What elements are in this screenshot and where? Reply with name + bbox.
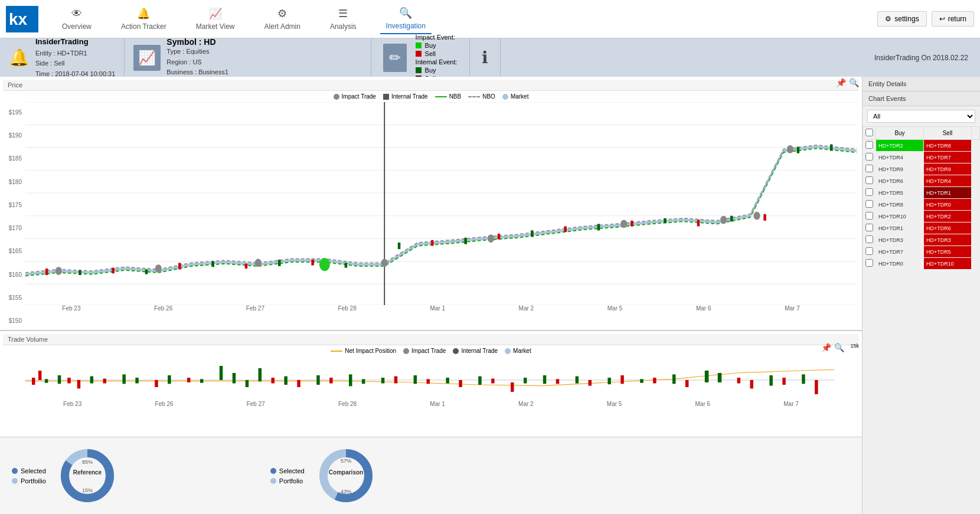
price-x-axis: Feb 23Feb 26Feb 27Feb 28Mar 1Mar 2Mar 5M…: [3, 305, 859, 312]
row-checkbox[interactable]: [865, 188, 873, 196]
comparison-portfolio-item: Portfolio: [270, 477, 305, 484]
sell-header: Sell: [924, 127, 972, 140]
nav-investigation[interactable]: 🔍 Investigation: [380, 4, 432, 34]
row-action-cell: [972, 152, 980, 163]
row-checkbox[interactable]: [865, 259, 873, 267]
nav-analysis[interactable]: ☰ Analysis: [324, 4, 362, 34]
svg-rect-78: [459, 380, 462, 387]
legend-net-impact: Net Impact Position: [331, 348, 396, 354]
row-checkbox-cell[interactable]: [863, 152, 876, 163]
row-checkbox[interactable]: [865, 212, 873, 220]
svg-rect-50: [45, 379, 48, 382]
vol-right-axis-max: 15k: [850, 343, 859, 352]
vol-zoom-icon[interactable]: 🔍: [834, 343, 844, 352]
svg-rect-37: [531, 230, 534, 237]
table-row: HD+TDR10 HD+TDR2: [863, 211, 980, 222]
buy-cell[interactable]: HD+TDR8: [876, 199, 924, 211]
svg-rect-59: [168, 375, 171, 384]
row-checkbox-cell[interactable]: [863, 163, 876, 175]
legend-internal-trade: Internal Trade: [383, 93, 428, 100]
row-checkbox-cell[interactable]: [863, 246, 876, 258]
sell-cell[interactable]: HD+TDR2: [924, 211, 972, 222]
buy-cell[interactable]: HD+TDR10: [876, 211, 924, 222]
sell-cell[interactable]: HD+TDR3: [924, 234, 972, 246]
svg-rect-57: [135, 378, 138, 384]
reference-selected-label: Selected: [21, 467, 46, 474]
vol-pin-icon[interactable]: 📌: [821, 343, 831, 352]
nav-market-view[interactable]: 📈 Market View: [190, 4, 241, 34]
row-checkbox-cell[interactable]: [863, 234, 876, 246]
comparison-pie-container: Selected Portfolio Comparison 57% 43%: [270, 446, 375, 505]
sell-cell[interactable]: HD+TDR8: [924, 140, 972, 152]
row-checkbox[interactable]: [865, 235, 873, 243]
top-navigation: kx 👁 Overview 🔔 Action Tracker 📈 Market …: [0, 0, 980, 38]
buy-cell[interactable]: HD+TDR4: [876, 152, 924, 163]
buy-cell[interactable]: HD+TDR9: [876, 163, 924, 175]
kx-logo[interactable]: kx: [6, 6, 38, 32]
row-checkbox[interactable]: [865, 141, 873, 149]
entity-table: Buy Sell HD+TDR2 HD+TDR8 HD+TDR4 HD+TDR7…: [863, 126, 980, 514]
row-checkbox-cell[interactable]: [863, 258, 876, 270]
impact-labels: Impact Event: Buy Sell Internal Event: B…: [416, 34, 458, 82]
select-all-header[interactable]: [863, 127, 876, 140]
svg-rect-41: [664, 218, 667, 223]
row-checkbox-cell[interactable]: [863, 211, 876, 222]
sell-cell[interactable]: HD+TDR9: [924, 163, 972, 175]
bottom-section: Selected Portfoilio Reference 85% 15%: [0, 437, 862, 514]
sell-cell[interactable]: HD+TDR7: [924, 152, 972, 163]
sell-cell[interactable]: HD+TDR0: [924, 199, 972, 211]
sell-cell[interactable]: HD+TDR5: [924, 246, 972, 258]
select-all-checkbox[interactable]: [865, 129, 873, 136]
nav-action-tracker[interactable]: 🔔 Action Tracker: [115, 4, 172, 34]
comparison-portfolio-dot: [270, 478, 276, 484]
row-checkbox-cell[interactable]: [863, 140, 876, 152]
pin-icon[interactable]: 📌: [836, 78, 846, 87]
sell-cell[interactable]: HD+TDR10: [924, 258, 972, 270]
sell-cell[interactable]: HD+TDR6: [924, 222, 972, 234]
volume-chart-legend: Net Impact Position Impact Trade Interna…: [3, 345, 859, 356]
table-row: HD+TDR6 HD+TDR4: [863, 175, 980, 187]
return-button[interactable]: ↩ return: [932, 11, 974, 27]
buy-cell[interactable]: HD+TDR0: [876, 258, 924, 270]
row-checkbox-cell[interactable]: [863, 187, 876, 199]
sell-cell[interactable]: HD+TDR1: [924, 187, 972, 199]
entity-details-title: Entity Details: [863, 77, 980, 91]
row-checkbox[interactable]: [865, 153, 873, 161]
buy-cell[interactable]: HD+TDR2: [876, 140, 924, 152]
svg-rect-66: [271, 378, 274, 384]
buy-cell[interactable]: HD+TDR1: [876, 222, 924, 234]
row-checkbox[interactable]: [865, 200, 873, 208]
alert-text: InsiderTrading Entity : HD+TDR1 Side : S…: [35, 36, 115, 80]
row-checkbox-cell[interactable]: [863, 222, 876, 234]
gear-nav-icon: ⚙: [277, 7, 287, 20]
alert-info-section: 🔔 InsiderTrading Entity : HD+TDR1 Side :…: [0, 38, 125, 77]
nav-overview[interactable]: 👁 Overview: [56, 5, 97, 34]
svg-point-17: [381, 259, 388, 267]
svg-text:Reference: Reference: [73, 469, 102, 476]
settings-button[interactable]: ⚙ settings: [877, 11, 926, 27]
sell-cell[interactable]: HD+TDR4: [924, 175, 972, 187]
svg-rect-49: [38, 371, 41, 380]
svg-rect-27: [178, 263, 181, 269]
row-checkbox-cell[interactable]: [863, 175, 876, 187]
buy-cell[interactable]: HD+TDR7: [876, 246, 924, 258]
svg-rect-43: [730, 216, 733, 222]
impact-sell-row: Sell: [416, 50, 458, 57]
svg-rect-83: [543, 375, 546, 384]
row-checkbox[interactable]: [865, 247, 873, 255]
chart-events-filter[interactable]: All Buy Sell: [867, 110, 975, 123]
svg-rect-95: [737, 378, 740, 384]
row-checkbox-cell[interactable]: [863, 199, 876, 211]
zoom-icon[interactable]: 🔍: [849, 78, 859, 87]
buy-cell[interactable]: HD+TDR3: [876, 234, 924, 246]
row-checkbox[interactable]: [865, 165, 873, 172]
reference-portfolio-dot: [12, 478, 18, 484]
svg-rect-52: [67, 378, 70, 384]
nav-alert-admin[interactable]: ⚙ Alert Admin: [259, 4, 306, 34]
buy-cell[interactable]: HD+TDR6: [876, 175, 924, 187]
row-checkbox[interactable]: [865, 224, 873, 231]
buy-cell[interactable]: HD+TDR5: [876, 187, 924, 199]
row-checkbox[interactable]: [865, 176, 873, 184]
internal-event-label: Internal Event:: [416, 58, 458, 66]
svg-point-13: [55, 267, 62, 275]
